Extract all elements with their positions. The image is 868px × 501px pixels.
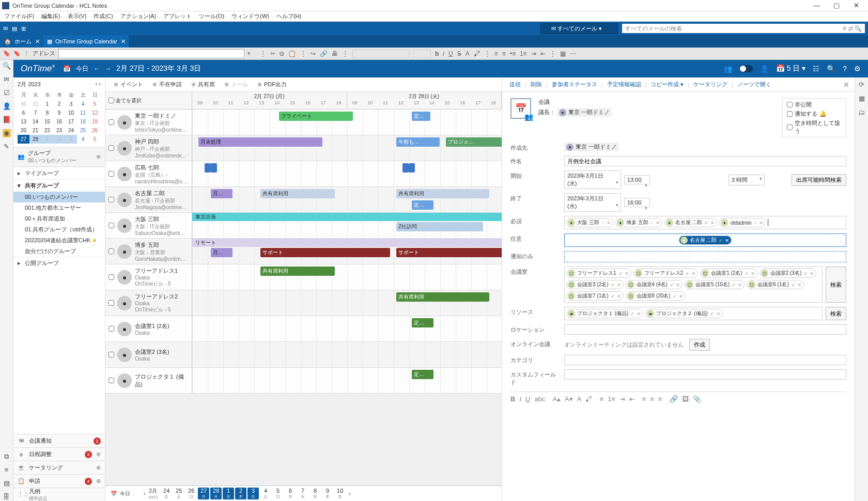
minimize-button[interactable]: — [807,2,827,9]
group-item[interactable]: 001.地方都市ユーザー [13,202,105,213]
room-chip[interactable]: ▢フリーアドレス1 ✓ ✕ [566,269,631,278]
days-select[interactable]: 📅 5 日 ▾ [776,64,805,73]
attach-icon[interactable]: 🔗 [320,50,328,57]
menu-item[interactable]: アプレット [161,11,194,21]
calendar-event[interactable]: 共有席利用 [260,189,335,198]
room-chip[interactable]: ▢会議室3 (2名) ✓ ✕ [566,280,624,289]
room-chip[interactable]: ▢会議室2 (3名) ✓ ✕ [760,269,817,278]
row-checkbox[interactable] [109,171,114,177]
mini-cal-day[interactable]: 20 [18,126,29,135]
select-all-checkbox[interactable] [109,98,114,103]
rail-edit-icon[interactable]: ✎ [3,143,11,151]
calendar-event[interactable] [409,163,415,173]
add-group-icon[interactable]: ⊕ [96,153,101,160]
room-chip[interactable]: ▢会議室7 (1名) ✓ ✕ [566,291,624,301]
rte-align-center-icon[interactable]: ≡ [650,395,654,403]
group-item[interactable]: 01.共有グループ（otd作成） [13,224,105,235]
allday-event[interactable]: 東京出張 [192,213,502,221]
row-checkbox[interactable] [109,197,114,202]
accordion-row[interactable]: ☕ケータリング⊕ [13,461,105,474]
start-time-select[interactable]: 13:00 [624,175,650,184]
apps-icon[interactable]: ⊞ [21,25,26,32]
opt-free[interactable]: 空き時間として扱う [787,119,842,135]
rte-size-down-icon[interactable]: A▾ [565,395,573,403]
mini-cal-day[interactable]: 8 [41,108,53,117]
rail-calendar-icon[interactable]: ◉ [3,129,11,137]
prev-button[interactable]: ← [94,65,100,72]
group-item[interactable]: 20220204連結会議室CHK ★ [13,235,105,246]
detail-toolbar-button[interactable]: コピー作成 ▾ [648,80,686,89]
rail-tool1-icon[interactable]: ⧉ [3,452,11,461]
accordion-row[interactable]: ≡日程調整3⊕ [13,447,105,461]
person-icon[interactable]: 👤 [760,65,769,73]
duration-select[interactable]: 3 時間 [729,175,765,185]
mini-cal-day[interactable]: 19 [89,117,101,126]
footer-day[interactable]: 27月 [198,488,209,499]
end-time-select[interactable]: 16:00 [624,198,650,207]
font-color-icon[interactable]: A [466,50,470,57]
menu-item[interactable]: ファイル(F) [2,11,36,21]
chip[interactable]: ●大阪 三郎 ○ ✕ [566,218,613,227]
detail-toolbar-button[interactable]: ケータリング [691,80,730,89]
timeline-row[interactable]: ●フリーアドレス1OsakaOnTimeビル - 5共有席利用 [105,264,502,290]
row-checkbox[interactable] [109,145,114,151]
today-button[interactable]: 今日 [76,65,88,73]
calendar-event[interactable]: プライベート [279,112,353,121]
room-field[interactable]: ▢フリーアドレス1 ✓ ✕▢フリーアドレス2 ✓ ✕▢会議室1 (2名) ✓ ✕… [564,267,823,303]
rrail-clip-icon[interactable]: 🗂 [858,108,865,116]
footer-day[interactable]: 26日 [185,488,197,499]
footer-next[interactable]: › [349,491,350,496]
footer-day[interactable]: 2木 [235,488,246,499]
underline-icon[interactable]: U [448,50,453,57]
footer-day[interactable]: 3金 [247,488,259,499]
rte-underline-icon[interactable]: U [525,395,530,403]
tab-ontime[interactable]: ▦ OnTime Group Calendar✕ [43,35,129,48]
zoom-icon[interactable]: 🔍 [827,65,835,73]
detail-toolbar-button[interactable]: 送信 [507,80,523,89]
rte-link-icon[interactable]: 🔗 [670,395,678,403]
mini-cal-day[interactable]: 17 [65,117,77,126]
next-button[interactable]: → [105,65,111,72]
outdent-icon[interactable]: ⇤ [540,50,546,57]
tl-toolbar-button[interactable]: ⊕ イベント [111,80,146,89]
mini-cal-day[interactable]: 4 [77,135,89,144]
mini-cal-day[interactable]: 16 [53,117,65,126]
print-icon[interactable]: 🖶 [332,50,338,57]
room-search-button[interactable]: 検索 [826,267,846,303]
close-button[interactable]: ✕ [846,2,866,9]
rail-mail-icon[interactable]: ✉ [3,75,11,84]
footer-day[interactable]: 25土 [173,488,184,499]
mini-cal-day[interactable]: 5 [89,135,101,144]
mini-cal-day[interactable]: 14 [29,117,41,126]
footer-day[interactable]: 1水 [223,488,234,499]
forward-icon[interactable]: ↪ [311,50,316,57]
bookmark-icon-2[interactable]: 🔖 [13,50,21,57]
mini-cal-prev[interactable]: ‹ [96,81,98,87]
tl-toolbar-button[interactable]: ⊕ 共有席 [188,80,218,89]
detail-toolbar-button[interactable]: 予定情報確認 [605,80,643,89]
size-select[interactable] [413,50,431,58]
online-create-button[interactable]: 作成 [689,339,710,351]
help-icon[interactable]: ? [843,65,847,73]
calendar-icon[interactable]: ▤ [12,25,17,32]
mini-cal-next[interactable]: › [99,81,101,87]
resource-field[interactable]: ▰プロジェクタ１ (備品) ✓ ✕▰プロジェクタ２ (備品) ✓ ✕ [564,307,823,320]
mini-cal-day[interactable]: 9 [53,108,65,117]
gear-icon[interactable]: ⚙ [854,65,861,73]
menu-item[interactable]: ヘルプ(H) [274,11,303,21]
tab-home[interactable]: 🏠 ホーム✕ [0,35,43,48]
row-checkbox[interactable] [109,223,114,228]
room-chip[interactable]: ▢会議室8 (20名) ✓ ✕ [626,291,686,301]
mini-cal-day[interactable]: 3 [65,135,77,144]
group-section[interactable]: ▾共有グループ [13,179,105,192]
menu-item[interactable]: ウィンドウ(W) [229,11,271,21]
mini-cal-day[interactable]: 21 [29,126,41,135]
indent-icon[interactable]: ⇥ [531,50,536,57]
subject-input[interactable] [564,156,846,166]
mini-cal-day[interactable]: 7 [29,108,41,117]
mail-icon[interactable]: ✉ [3,25,8,32]
rte-color-icon[interactable]: A [577,395,582,403]
resource-search-button[interactable]: 検索 [826,307,846,320]
rte-align-left-icon[interactable]: ≡ [642,395,646,403]
cut-icon[interactable]: ✂ [270,50,275,57]
